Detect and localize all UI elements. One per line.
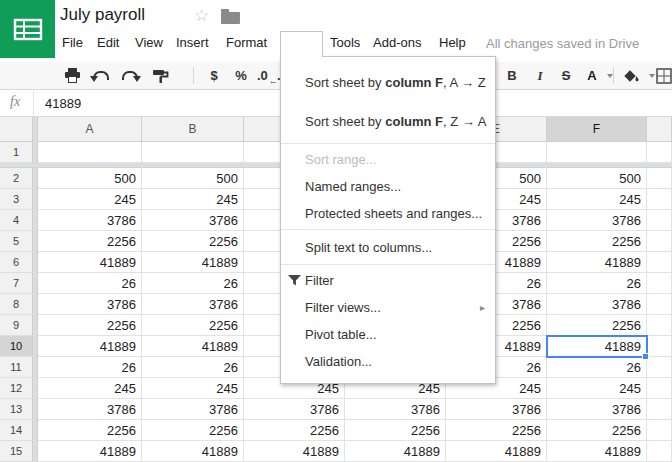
menubar-item-insert[interactable]: Insert [176, 35, 209, 55]
cell[interactable] [647, 294, 672, 315]
row-header-5[interactable]: 5 [0, 231, 33, 252]
menu-item-pivot-table[interactable]: Pivot table... [281, 321, 495, 348]
cell[interactable]: 3786 [38, 210, 142, 231]
text-color-dropdown[interactable] [600, 65, 620, 86]
cell[interactable]: 41889 [38, 336, 142, 357]
cell[interactable]: 26 [38, 273, 142, 294]
frozen-column-divider[interactable] [33, 117, 38, 462]
percent-format-button[interactable]: % [231, 65, 251, 86]
menubar-item-view[interactable]: View [135, 35, 163, 55]
menu-item-protected-sheets-and-ranges[interactable]: Protected sheets and ranges... [281, 200, 495, 227]
cell[interactable]: 2256 [142, 420, 244, 441]
cell[interactable]: 41889 [547, 252, 647, 273]
cell[interactable]: 3786 [345, 399, 446, 420]
print-button[interactable] [62, 65, 82, 86]
cell[interactable]: 26 [547, 357, 647, 378]
cell[interactable] [647, 357, 672, 378]
cell[interactable]: 41889 [547, 441, 647, 462]
cell[interactable]: 41889 [142, 252, 244, 273]
cell[interactable]: 3786 [547, 210, 647, 231]
cell[interactable]: 245 [142, 189, 244, 210]
row-header-2[interactable]: 2 [0, 168, 33, 189]
folder-icon[interactable] [221, 12, 240, 24]
menu-item-validation[interactable]: Validation... [281, 348, 495, 375]
cell[interactable]: 41889 [446, 441, 547, 462]
cell[interactable]: 41889 [38, 441, 142, 462]
cell[interactable]: 2256 [38, 315, 142, 336]
cell[interactable]: 2256 [38, 231, 142, 252]
cell[interactable]: 3786 [446, 399, 547, 420]
star-icon[interactable]: ☆ [194, 6, 209, 26]
document-title[interactable]: July payroll [60, 5, 145, 25]
menu-item-sort-sheet[interactable]: Sort sheet by column F, Z → A [281, 102, 495, 141]
row-header-1[interactable]: 1 [0, 142, 33, 163]
cell[interactable]: 41889 [345, 441, 446, 462]
menubar-item-file[interactable]: File [62, 35, 83, 55]
menu-item-filter-views[interactable]: Filter views...▸ [281, 294, 495, 321]
cell[interactable]: 41889 [142, 441, 244, 462]
menu-item-named-ranges[interactable]: Named ranges... [281, 173, 495, 200]
sheets-logo[interactable] [0, 0, 55, 58]
cell[interactable]: 500 [547, 168, 647, 189]
cell[interactable]: 2256 [38, 420, 142, 441]
cell[interactable] [647, 252, 672, 273]
cell[interactable]: 26 [142, 357, 244, 378]
cell[interactable]: 26 [38, 357, 142, 378]
cell[interactable]: 500 [38, 168, 142, 189]
cell[interactable]: 245 [38, 189, 142, 210]
row-header-3[interactable]: 3 [0, 189, 33, 210]
menubar-item-add-ons[interactable]: Add-ons [373, 35, 421, 55]
row-header-15[interactable]: 15 [0, 441, 33, 462]
formula-input[interactable]: 41889 [45, 96, 81, 111]
decrease-decimal-button[interactable]: .0← [257, 65, 278, 86]
menubar-item-help[interactable]: Help [439, 35, 466, 55]
row-header-4[interactable]: 4 [0, 210, 33, 231]
cell[interactable]: 2256 [446, 420, 547, 441]
cell[interactable]: 2256 [142, 315, 244, 336]
cell[interactable]: 2256 [142, 231, 244, 252]
cell[interactable]: 3786 [142, 294, 244, 315]
cell[interactable]: 245 [547, 378, 647, 399]
cell[interactable] [647, 142, 672, 163]
cell[interactable]: 3786 [38, 399, 142, 420]
cell[interactable] [647, 189, 672, 210]
cell[interactable] [142, 142, 244, 163]
column-header-B[interactable]: B [142, 117, 244, 142]
row-header-13[interactable]: 13 [0, 399, 33, 420]
cell[interactable] [647, 168, 672, 189]
row-header-12[interactable]: 12 [0, 378, 33, 399]
menu-item-filter[interactable]: Filter [281, 267, 495, 294]
cell[interactable]: 245 [547, 189, 647, 210]
bold-button[interactable]: B [502, 65, 522, 86]
cell[interactable]: 26 [547, 273, 647, 294]
menubar-item-format[interactable]: Format [226, 35, 267, 55]
menubar-item-edit[interactable]: Edit [97, 35, 119, 55]
cell[interactable] [647, 378, 672, 399]
cell[interactable]: 41889 [142, 336, 244, 357]
row-header-10[interactable]: 10 [0, 336, 33, 357]
cell[interactable]: 500 [142, 168, 244, 189]
cell[interactable]: 41889 [244, 441, 345, 462]
cell[interactable]: 245 [142, 378, 244, 399]
cell[interactable]: 245 [38, 378, 142, 399]
cell[interactable] [647, 399, 672, 420]
cell[interactable]: 2256 [547, 315, 647, 336]
currency-format-button[interactable]: $ [204, 65, 224, 86]
row-header-14[interactable]: 14 [0, 420, 33, 441]
menu-item-sort-sheet[interactable]: Sort sheet by column F, A → Z [281, 63, 495, 102]
cell[interactable] [547, 142, 647, 163]
row-header-9[interactable]: 9 [0, 315, 33, 336]
cell[interactable] [647, 315, 672, 336]
cell[interactable] [647, 336, 672, 357]
column-header-A[interactable]: A [38, 117, 142, 142]
select-all-corner[interactable] [0, 117, 33, 142]
column-header[interactable] [647, 117, 672, 142]
cell[interactable]: 3786 [547, 294, 647, 315]
cell[interactable] [647, 210, 672, 231]
cell[interactable]: 2256 [547, 231, 647, 252]
cell[interactable]: 2256 [244, 420, 345, 441]
fill-color-button[interactable] [622, 65, 642, 86]
cell[interactable]: 3786 [547, 399, 647, 420]
data-menu-open-tab[interactable] [280, 31, 323, 57]
italic-button[interactable]: I [530, 65, 550, 86]
